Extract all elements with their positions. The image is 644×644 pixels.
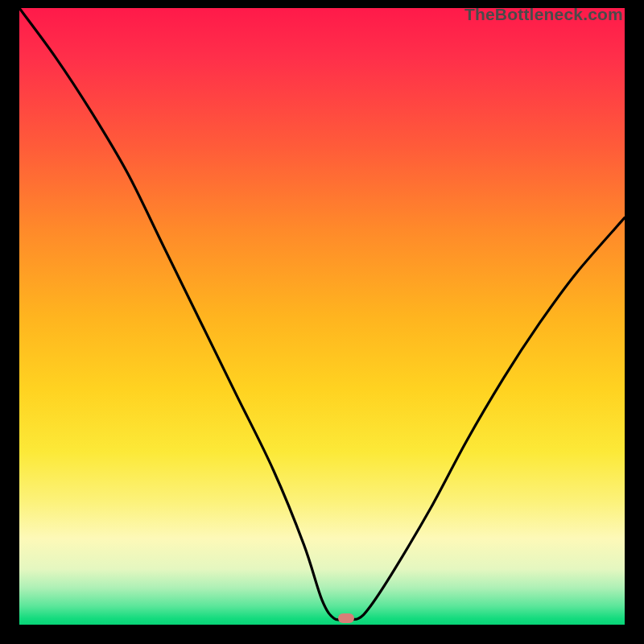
chart-frame: TheBottleneck.com <box>0 0 644 644</box>
curve-path <box>19 8 625 620</box>
plot-area <box>19 8 625 625</box>
bottleneck-curve <box>19 8 625 625</box>
optimal-marker <box>338 613 354 623</box>
attribution-watermark: TheBottleneck.com <box>464 5 623 24</box>
